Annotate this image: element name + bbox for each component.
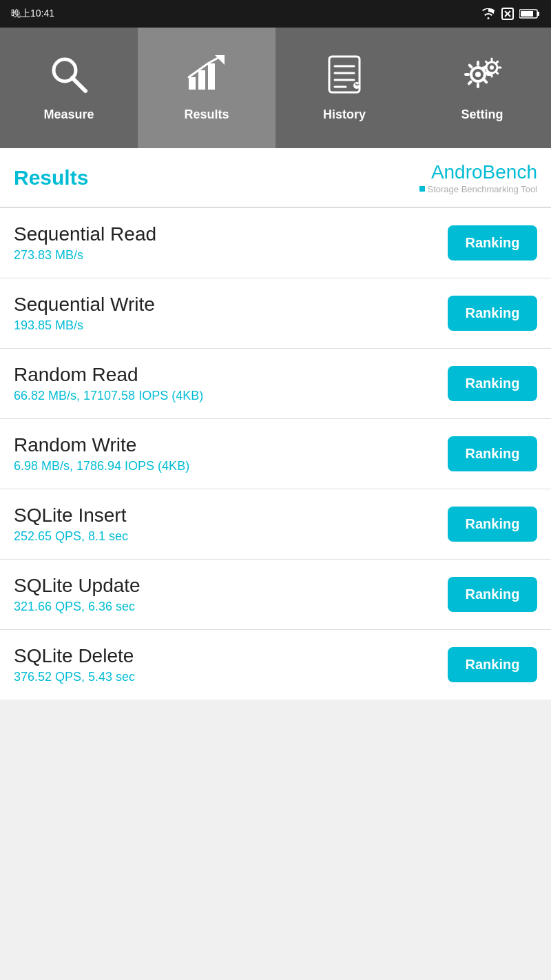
svg-marker-11 [215,55,225,65]
svg-point-23 [490,65,494,70]
ranking-button[interactable]: Ranking [448,225,537,261]
benchmark-info: SQLite Delete376.52 QPS, 5.43 sec [14,645,135,684]
status-time: 晚上10:41 [11,8,54,20]
benchmark-info: Sequential Read273.83 MB/s [14,223,156,263]
benchmark-value: 376.52 QPS, 5.43 sec [14,670,135,684]
benchmark-value: 66.82 MB/s, 17107.58 IOPS (4KB) [14,389,203,403]
results-icon [186,54,227,101]
x-status-icon [501,8,514,20]
ranking-button[interactable]: Ranking [448,507,537,542]
benchmark-row: SQLite Delete376.52 QPS, 5.43 secRanking [0,630,551,700]
tab-history-label: History [323,108,366,122]
benchmark-name: SQLite Insert [14,504,128,527]
svg-rect-9 [198,70,205,90]
benchmark-name: SQLite Update [14,575,141,597]
svg-point-21 [475,72,481,77]
benchmark-value: 321.66 QPS, 6.36 sec [14,600,141,614]
benchmark-row: Sequential Read273.83 MB/sRanking [0,208,551,278]
tab-setting[interactable]: Setting [413,28,551,148]
tab-history[interactable]: History [276,28,413,148]
tab-results-label: Results [184,108,229,122]
wifi-icon [481,8,496,19]
results-header: Results AndroBench Storage Benchmarking … [0,148,551,208]
svg-rect-4 [537,12,539,16]
status-bar: 晚上10:41 [0,0,551,28]
nav-tabs: Measure Results [0,28,551,148]
status-icons [481,8,540,20]
benchmark-info: SQLite Update321.66 QPS, 6.36 sec [14,575,141,614]
benchmark-row: Random Read66.82 MB/s, 17107.58 IOPS (4K… [0,349,551,419]
benchmark-info: SQLite Insert252.65 QPS, 8.1 sec [14,504,128,544]
benchmark-info: Sequential Write193.85 MB/s [14,294,155,333]
tab-measure-label: Measure [43,108,94,122]
svg-line-7 [72,78,85,91]
benchmark-value: 6.98 MB/s, 1786.94 IOPS (4KB) [14,459,189,473]
brand-accent [419,186,425,192]
ranking-button[interactable]: Ranking [448,577,537,612]
benchmark-row: Random Write6.98 MB/s, 1786.94 IOPS (4KB… [0,419,551,489]
benchmark-name: Sequential Read [14,223,156,245]
benchmark-value: 252.65 QPS, 8.1 sec [14,529,128,544]
benchmark-name: Random Write [14,434,189,456]
measure-icon [48,54,90,101]
benchmark-row: Sequential Write193.85 MB/sRanking [0,278,551,349]
brand-subtitle: Storage Benchmarking Tool [428,184,537,195]
brand-logo: AndroBench Storage Benchmarking Tool [419,161,537,194]
svg-rect-8 [189,77,196,90]
ranking-button[interactable]: Ranking [448,436,537,471]
benchmark-value: 193.85 MB/s [14,318,155,333]
benchmark-row: SQLite Insert252.65 QPS, 8.1 secRanking [0,489,551,560]
tab-setting-label: Setting [461,108,503,122]
svg-rect-10 [208,63,215,90]
benchmark-name: Sequential Write [14,294,155,316]
benchmark-info: Random Write6.98 MB/s, 1786.94 IOPS (4KB… [14,434,189,473]
benchmark-name: Random Read [14,364,203,386]
benchmark-list: Sequential Read273.83 MB/sRankingSequent… [0,208,551,700]
ranking-button[interactable]: Ranking [448,296,537,331]
benchmark-row: SQLite Update321.66 QPS, 6.36 secRanking [0,560,551,630]
setting-icon [460,54,505,101]
svg-rect-5 [521,11,533,17]
ranking-button[interactable]: Ranking [448,366,537,401]
brand-name: AndroBench [419,161,537,184]
ranking-button[interactable]: Ranking [448,647,537,682]
benchmark-value: 273.83 MB/s [14,248,156,263]
benchmark-info: Random Read66.82 MB/s, 17107.58 IOPS (4K… [14,364,203,403]
tab-measure[interactable]: Measure [0,28,138,148]
results-title: Results [14,166,88,190]
battery-icon [519,8,540,19]
benchmark-name: SQLite Delete [14,645,135,667]
history-icon [324,54,365,101]
tab-results[interactable]: Results [138,28,276,148]
